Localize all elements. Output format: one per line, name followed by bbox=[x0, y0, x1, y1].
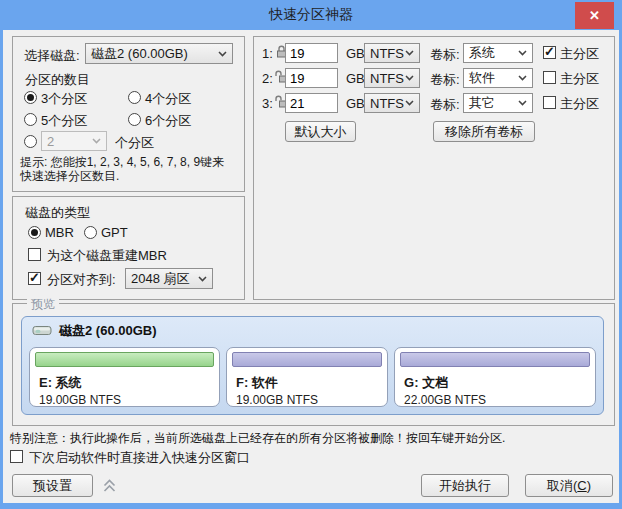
primary-partition-checkbox[interactable] bbox=[543, 96, 556, 109]
partition-info: 19.00GB NTFS bbox=[236, 393, 378, 407]
align-sector-value: 2048 扇区 bbox=[131, 270, 190, 288]
custom-count-suffix: 个分区 bbox=[115, 134, 154, 152]
radio-3-partitions[interactable] bbox=[24, 91, 37, 104]
cancel-label-suffix: ) bbox=[587, 478, 591, 493]
preset-button[interactable]: 预设置 bbox=[12, 474, 93, 497]
radio-custom-partitions[interactable] bbox=[24, 135, 37, 148]
remove-all-labels-button[interactable]: 移除所有卷标 bbox=[433, 121, 535, 142]
align-sector-dropdown[interactable]: 2048 扇区 bbox=[125, 268, 213, 289]
filesystem-dropdown[interactable]: NTFS bbox=[364, 43, 420, 63]
cancel-button[interactable]: 取消(C) bbox=[525, 474, 613, 497]
chevron-down-icon bbox=[405, 75, 414, 81]
radio-4-partitions[interactable] bbox=[128, 91, 141, 104]
filesystem-value: NTFS bbox=[370, 71, 404, 86]
preview-partition-g[interactable]: G: 文档 22.00GB NTFS bbox=[394, 347, 596, 407]
chevron-down-icon bbox=[405, 50, 414, 56]
preview-partition-f[interactable]: F: 软件 19.00GB NTFS bbox=[226, 347, 388, 407]
volume-label-value: 其它 bbox=[469, 94, 495, 112]
disk-select-dropdown[interactable]: 磁盘2 (60.00GB) bbox=[85, 43, 233, 64]
hint-text: 提示: 您能按1, 2, 3, 4, 5, 6, 7, 8, 9键来快速选择分区… bbox=[20, 155, 236, 183]
partition-count-heading: 分区的数目 bbox=[25, 71, 90, 89]
dialog-body: 选择磁盘: 磁盘2 (60.00GB) 分区的数目 3个分区 4个分区 5个分区… bbox=[3, 30, 619, 503]
disk-select-label: 选择磁盘: bbox=[24, 47, 80, 65]
chevron-down-icon bbox=[92, 138, 101, 144]
preview-groupbox: 预览 磁盘2 (60.00GB) E: 系统 bbox=[12, 303, 615, 426]
volume-label-dropdown[interactable]: 软件 bbox=[463, 68, 533, 88]
partition-color-bar bbox=[400, 352, 590, 367]
size-input[interactable] bbox=[285, 93, 338, 113]
volume-label-dropdown[interactable]: 其它 bbox=[463, 93, 533, 113]
execute-button[interactable]: 开始执行 bbox=[421, 474, 509, 497]
primary-partition-label: 主分区 bbox=[560, 95, 599, 113]
radio-6-partitions-label: 6个分区 bbox=[145, 112, 191, 130]
row-index: 3: bbox=[262, 96, 273, 111]
preview-disk-header: 磁盘2 (60.00GB) bbox=[32, 322, 157, 340]
volume-label-value: 系统 bbox=[469, 44, 495, 62]
size-input[interactable] bbox=[285, 43, 338, 63]
filesystem-value: NTFS bbox=[370, 96, 404, 111]
preview-partitions: E: 系统 19.00GB NTFS F: 软件 19.00GB NTFS G:… bbox=[29, 347, 596, 407]
radio-3-partitions-label: 3个分区 bbox=[41, 90, 87, 108]
volume-label-dropdown[interactable]: 系统 bbox=[463, 43, 533, 63]
preview-partition-e[interactable]: E: 系统 19.00GB NTFS bbox=[29, 347, 220, 407]
expand-up-icon[interactable] bbox=[102, 477, 117, 497]
row-index: 1: bbox=[262, 46, 273, 61]
radio-5-partitions-label: 5个分区 bbox=[41, 112, 87, 130]
chevron-down-icon bbox=[518, 100, 527, 106]
align-label: 分区对齐到: bbox=[47, 271, 116, 289]
startup-checkbox[interactable] bbox=[10, 450, 23, 463]
row-index: 2: bbox=[262, 71, 273, 86]
partition-settings-groupbox: 1: GB NTFS 卷标: 系统 主分区 2: bbox=[253, 36, 615, 300]
partition-info: 19.00GB NTFS bbox=[39, 393, 210, 407]
disk-type-heading: 磁盘的类型 bbox=[25, 204, 90, 222]
chevron-down-icon bbox=[198, 276, 207, 282]
chevron-down-icon bbox=[218, 51, 227, 57]
disk-type-groupbox: 磁盘的类型 MBR GPT 为这个磁盘重建MBR 分区对齐到: 2048 扇区 bbox=[12, 196, 245, 300]
disk-icon bbox=[32, 323, 52, 340]
partition-color-bar bbox=[232, 352, 382, 367]
filesystem-value: NTFS bbox=[370, 46, 404, 61]
radio-5-partitions[interactable] bbox=[24, 113, 37, 126]
cancel-accelerator: C bbox=[577, 478, 586, 493]
unit-label: GB bbox=[346, 71, 365, 86]
radio-gpt-label: GPT bbox=[101, 225, 128, 240]
radio-mbr-label: MBR bbox=[45, 225, 74, 240]
partition-info: 22.00GB NTFS bbox=[404, 393, 586, 407]
unit-label: GB bbox=[346, 46, 365, 61]
radio-mbr[interactable] bbox=[28, 226, 41, 239]
default-size-button[interactable]: 默认大小 bbox=[285, 121, 356, 142]
volume-label-caption: 卷标: bbox=[430, 46, 460, 64]
filesystem-dropdown[interactable]: NTFS bbox=[364, 93, 420, 113]
title-bar[interactable]: 快速分区神器 ✕ bbox=[0, 0, 622, 30]
warning-text: 特别注意：执行此操作后，当前所选磁盘上已经存在的所有分区将被删除！按回车键开始分… bbox=[10, 430, 505, 447]
radio-6-partitions[interactable] bbox=[128, 113, 141, 126]
primary-partition-label: 主分区 bbox=[560, 45, 599, 63]
partition-name: F: 软件 bbox=[236, 374, 378, 392]
custom-partition-count-dropdown[interactable]: 2 bbox=[41, 131, 107, 151]
close-button[interactable]: ✕ bbox=[575, 2, 614, 29]
volume-label-value: 软件 bbox=[469, 69, 495, 87]
startup-checkbox-label: 下次启动软件时直接进入快速分区窗口 bbox=[29, 449, 250, 467]
partition-count-groupbox: 选择磁盘: 磁盘2 (60.00GB) 分区的数目 3个分区 4个分区 5个分区… bbox=[12, 36, 245, 192]
volume-label-caption: 卷标: bbox=[430, 96, 460, 114]
chevron-down-icon bbox=[518, 50, 527, 56]
radio-gpt[interactable] bbox=[84, 226, 97, 239]
chevron-down-icon bbox=[405, 100, 414, 106]
align-checkbox[interactable] bbox=[28, 272, 41, 285]
rebuild-mbr-label: 为这个磁盘重建MBR bbox=[47, 247, 167, 265]
primary-partition-label: 主分区 bbox=[560, 70, 599, 88]
close-icon: ✕ bbox=[589, 8, 600, 23]
volume-label-caption: 卷标: bbox=[430, 71, 460, 89]
unit-label: GB bbox=[346, 96, 365, 111]
cancel-label: 取消( bbox=[547, 477, 577, 495]
preview-legend: 预览 bbox=[27, 296, 59, 313]
primary-partition-checkbox[interactable] bbox=[543, 71, 556, 84]
preview-disk-title: 磁盘2 (60.00GB) bbox=[59, 322, 157, 340]
size-input[interactable] bbox=[285, 68, 338, 88]
primary-partition-checkbox[interactable] bbox=[543, 46, 556, 59]
partition-color-bar bbox=[35, 352, 214, 367]
custom-count-value: 2 bbox=[47, 134, 54, 149]
preview-disk-box: 磁盘2 (60.00GB) E: 系统 19.00GB NTFS F: 软件 1… bbox=[21, 316, 604, 415]
filesystem-dropdown[interactable]: NTFS bbox=[364, 68, 420, 88]
rebuild-mbr-checkbox[interactable] bbox=[28, 248, 41, 261]
